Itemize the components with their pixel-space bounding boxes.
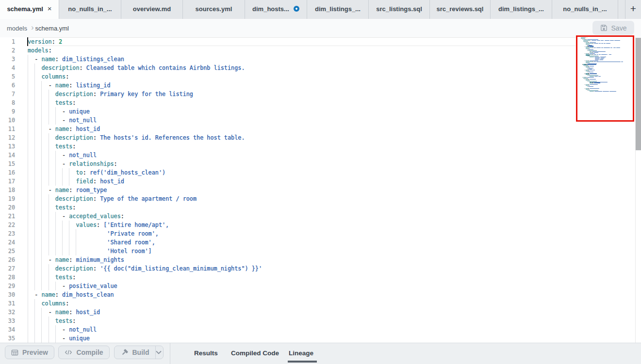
minimap-token <box>590 84 598 85</box>
tab-strip-filler <box>618 0 625 19</box>
code-line[interactable]: 26 - name: minimum_nights <box>0 255 635 264</box>
tab-compiled-code[interactable]: Compiled Code <box>231 343 279 363</box>
build-split-button: Build <box>114 346 164 359</box>
line-number: 11 <box>0 125 15 133</box>
code-line[interactable]: 3 - name: dim_listings_clean <box>0 55 635 63</box>
code-line[interactable]: 16 to: ref('dim_hosts_clean') <box>0 168 635 177</box>
scrollbar-thumb[interactable] <box>636 38 641 150</box>
code-line[interactable]: 12 description: The hosts's id. Referenc… <box>0 133 635 142</box>
tab-results[interactable]: Results <box>194 343 218 363</box>
minimap-token <box>596 47 601 48</box>
code-text: to: ref('dim_hosts_clean') <box>28 168 165 177</box>
file-tab-8[interactable]: dim_listings_... <box>491 0 552 19</box>
line-number: 21 <box>0 212 15 221</box>
code-line[interactable]: 9 - unique <box>0 107 635 116</box>
code-line[interactable]: 2models: <box>0 46 635 55</box>
minimap-token <box>595 60 599 60</box>
minimap-token <box>586 89 589 90</box>
dbt-ide-window: schema.yml×no_nulls_in_...overview.mdsou… <box>0 0 641 364</box>
minimap-token <box>588 56 597 56</box>
code-text: values: ['Entire home/apt', <box>28 221 169 229</box>
minimap-token <box>616 47 620 48</box>
line-number: 34 <box>0 325 15 334</box>
minimap-token <box>601 54 607 55</box>
code-line[interactable]: 13 tests: <box>0 142 635 151</box>
minimap-token <box>588 79 589 79</box>
compile-button[interactable]: Compile <box>58 346 110 359</box>
code-line[interactable]: 20 tests: <box>0 203 635 212</box>
file-tab-7[interactable]: src_reviews.sql <box>430 0 491 19</box>
code-line[interactable]: 33 tests: <box>0 317 635 325</box>
code-line[interactable]: 10 - not_null <box>0 116 635 125</box>
build-dropdown-button[interactable] <box>155 346 163 359</box>
code-line[interactable]: 14 - not_null <box>0 151 635 159</box>
build-button[interactable]: Build <box>115 346 155 359</box>
code-editor[interactable]: 1version: 22models:3 - name: dim_listing… <box>0 37 641 343</box>
code-line[interactable]: 34 - not_null <box>0 325 635 334</box>
code-line[interactable]: 15 - relationships: <box>0 159 635 168</box>
minimap-token <box>585 70 585 70</box>
code-line[interactable]: 4 description: Cleansed table which cont… <box>0 63 635 72</box>
code-line[interactable]: 1version: 2 <box>0 37 635 46</box>
code-line[interactable]: 28 tests: <box>0 273 635 282</box>
minimap-token <box>600 59 604 59</box>
minimap-token <box>589 44 590 45</box>
code-line[interactable]: 25 'Hotel room'] <box>0 247 635 255</box>
code-line[interactable]: 7 description: Primary key for the listi… <box>0 90 635 98</box>
minimap-token <box>587 64 596 64</box>
minimap-token <box>585 66 585 66</box>
preview-button[interactable]: Preview <box>5 346 54 359</box>
line-number: 4 <box>0 63 15 72</box>
code-line[interactable]: 8 tests: <box>0 98 635 107</box>
minimap-token <box>601 58 605 58</box>
file-tab-1[interactable]: no_nulls_in_... <box>59 0 121 19</box>
code-line[interactable]: 29 - positive_value <box>0 282 635 290</box>
code-line[interactable]: 5 columns: <box>0 72 635 81</box>
code-line[interactable]: 22 values: ['Entire home/apt', <box>0 221 635 229</box>
code-line[interactable]: 32 - name: host_id <box>0 308 635 317</box>
code-line[interactable]: 17 field: host_id <box>0 177 635 186</box>
code-line[interactable]: 23 'Private room', <box>0 229 635 238</box>
minimap-token <box>585 38 585 39</box>
minimap-token <box>588 61 589 61</box>
save-button[interactable]: Save <box>592 21 634 35</box>
file-tab-9[interactable]: no_nulls_in_... <box>552 0 618 19</box>
vertical-scrollbar[interactable] <box>635 37 641 343</box>
code-text: - not_null <box>28 116 97 125</box>
code-line[interactable]: 21 - accepted_values: <box>0 212 635 221</box>
minimap-token <box>588 41 588 42</box>
close-icon[interactable]: × <box>48 5 52 12</box>
minimap-token <box>588 47 589 47</box>
code-line[interactable]: 18 - name: room_type <box>0 186 635 194</box>
code-line[interactable]: 11 - name: host_id <box>0 125 635 133</box>
code-line[interactable]: 35 - unique <box>0 334 635 343</box>
code-line[interactable]: 30 - name: dim_hosts_clean <box>0 290 635 299</box>
code-text: models: <box>28 46 52 55</box>
minimap-token <box>592 52 593 53</box>
minimap-token <box>590 66 594 66</box>
minimap-token <box>585 79 585 79</box>
minimap-token <box>586 74 589 75</box>
code-line[interactable]: 19 description: Type of the apartment / … <box>0 194 635 203</box>
minimap-token <box>590 61 598 61</box>
minimap-token <box>609 91 616 92</box>
code-line[interactable]: 6 - name: listing_id <box>0 81 635 90</box>
code-line[interactable]: 27 description: '{{ doc("dim_listing_cle… <box>0 264 635 273</box>
new-tab-button[interactable]: + <box>625 0 641 19</box>
minimap[interactable] <box>576 37 635 343</box>
code-line[interactable]: 24 'Shared room', <box>0 238 635 247</box>
minimap-token <box>588 63 597 64</box>
file-tab-4[interactable]: dim_hosts... <box>245 0 307 19</box>
file-tab-5[interactable]: dim_listings_... <box>307 0 369 19</box>
file-tab-0[interactable]: schema.yml× <box>0 0 59 19</box>
minimap-token <box>587 39 598 40</box>
code-line[interactable]: 31 columns: <box>0 299 635 308</box>
minimap-token <box>588 86 593 87</box>
breadcrumb-folder[interactable]: models <box>7 25 27 32</box>
file-tab-6[interactable]: src_listings.sql <box>369 0 430 19</box>
minimap-token <box>587 68 588 68</box>
file-tab-bar: schema.yml×no_nulls_in_...overview.mdsou… <box>0 0 641 19</box>
file-tab-3[interactable]: sources.yml <box>183 0 245 19</box>
file-tab-2[interactable]: overview.md <box>121 0 183 19</box>
tab-lineage[interactable]: Lineage <box>289 343 313 363</box>
